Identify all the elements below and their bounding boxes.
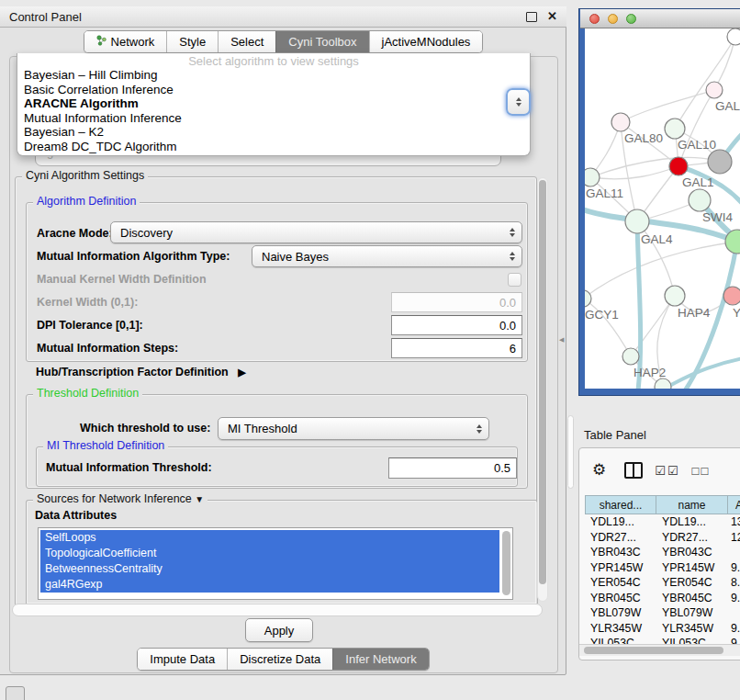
network-edge[interactable] [675,37,735,129]
network-node-gal1[interactable] [669,157,688,175]
horizontal-scrollbar-track[interactable] [12,604,543,616]
table-row[interactable]: YBR043CYBR043C [585,545,740,560]
unselect-all-columns-icon[interactable]: □□ [692,464,711,478]
apply-button[interactable]: Apply [245,618,313,642]
table-row[interactable]: YIL053CYIL053C9. [585,636,740,644]
table-cell[interactable]: YBR043C [585,545,656,560]
kernel-width-input[interactable] [391,292,522,312]
data-attribute-item[interactable]: SelfLoops [40,530,499,546]
algorithm-dropdown-item[interactable]: Dream8 DC_TDC Algorithm [17,140,530,154]
network-node-gal11[interactable] [585,168,600,186]
algorithm-dropdown-item[interactable]: ARACNE Algorithm [17,96,530,111]
algorithm-dropdown-item[interactable]: Bayesian – K2 [17,125,530,140]
mi-steps-input[interactable] [391,338,522,358]
table-row[interactable]: YBL079WYBL079W [585,605,740,621]
table-row[interactable]: YDL19...YDL19...13 [585,514,740,530]
table-cell[interactable]: 9. [728,591,740,606]
control-panel-titlebar[interactable]: Control Panel ✕ [0,6,566,28]
tab-select[interactable]: Select [218,31,275,52]
mi-threshold-input[interactable] [388,457,517,479]
close-icon[interactable]: ✕ [547,12,557,21]
table-cell[interactable]: 8. [728,575,740,591]
dpi-tolerance-input[interactable] [391,315,522,335]
tab-network[interactable]: Network [84,31,167,52]
table-cell[interactable]: YDR27... [656,530,728,546]
table-row[interactable]: YPR145WYPR145W9. [585,560,740,576]
table-cell[interactable]: 13 [728,514,740,530]
collapsed-panel-button[interactable] [6,686,25,700]
column-header-name[interactable]: name [656,495,728,514]
algorithm-dropdown-item[interactable]: Mutual Information Inference [17,111,530,126]
table-cell[interactable]: 9. [728,636,740,644]
network-node-hap4[interactable] [665,286,685,306]
algorithm-dropdown-item[interactable]: Bayesian – Hill Climbing [17,68,530,83]
tab-infer-network[interactable]: Infer Network [332,649,428,670]
table-horizontal-scrollbar[interactable] [579,644,740,656]
table-cell[interactable]: YBL079W [656,605,728,621]
table-row[interactable]: YLR345WYLR345W9. [585,621,740,637]
minimize-window-icon[interactable] [608,14,618,24]
data-attributes-list[interactable]: SelfLoopsTopologicalCoefficientBetweenne… [38,527,513,600]
which-threshold-select[interactable]: MI Threshold [218,417,489,440]
aracne-mode-select[interactable]: Discovery [110,221,522,243]
data-attribute-item[interactable]: gal4RGexp [40,577,499,593]
table-cell[interactable]: YIL053C [656,636,728,644]
table-cell[interactable]: YPR145W [585,560,656,576]
table-cell[interactable]: 9. [728,621,740,637]
float-panel-icon[interactable] [526,12,537,22]
network-node-gal10[interactable] [665,119,685,139]
gear-icon[interactable]: ⚙ [592,462,606,479]
network-node[interactable] [727,28,740,45]
tab-cyni-toolbox[interactable]: Cyni Toolbox [275,31,368,52]
table-cell[interactable]: YDR27... [585,530,656,546]
network-node-gal4[interactable] [625,209,649,233]
column-header-shared[interactable]: shared... [585,495,656,514]
network-edge[interactable] [585,242,737,299]
tab-impute-data[interactable]: Impute Data [138,649,227,670]
scrollbar-thumb[interactable] [584,647,723,654]
tab-jactivemnodules[interactable]: jActiveMNodules [369,31,483,52]
network-node-y[interactable] [723,287,740,305]
table-cell[interactable]: YBL079W [585,605,656,621]
table-cell[interactable]: YPR145W [656,560,728,576]
mi-algorithm-type-select[interactable]: Naive Bayes [252,245,522,267]
expand-right-icon[interactable]: ▶ [238,367,245,378]
network-node[interactable] [655,378,671,389]
table-cell[interactable] [728,605,740,621]
network-edge[interactable] [621,90,714,122]
settings-vertical-scrollbar[interactable] [537,177,548,602]
column-header-a[interactable]: A [728,495,740,514]
algorithm-combo-arrow[interactable] [506,88,531,116]
split-columns-icon[interactable] [624,462,643,479]
table-row[interactable]: YBR045CYBR045C9. [585,591,740,606]
manual-kernel-checkbox[interactable] [508,273,521,287]
list-scrollbar[interactable] [502,531,510,595]
hub-tf-definition-toggle[interactable]: Hub/Transcription Factor Definition ▶ [36,364,246,380]
network-node-swi4[interactable] [689,189,711,211]
table-cell[interactable]: YDL19... [656,514,728,530]
collapse-down-icon[interactable]: ▼ [195,494,204,504]
table-cell[interactable] [728,545,740,560]
table-cell[interactable]: YIL053C [585,636,656,644]
table-cell[interactable]: YER054C [656,575,728,591]
network-node-gal[interactable] [706,82,723,98]
network-canvas[interactable]: GALGAL80GAL10GAL1GAL11SWI4GAL4GCY1HAP4YH… [585,28,740,389]
table-cell[interactable]: 12 [728,530,740,546]
table-cell[interactable]: YDL19... [585,514,656,530]
tab-style[interactable]: Style [166,31,218,52]
table-row[interactable]: YER054CYER054C8. [585,575,740,591]
table-cell[interactable]: YBR045C [656,591,728,606]
data-attribute-item[interactable]: TopologicalCoefficient [40,546,499,561]
panel-divider-scrollbar[interactable] [567,415,574,489]
network-node-gal80[interactable] [611,113,630,131]
select-all-columns-icon[interactable]: ☑☑ [655,464,679,478]
table-cell[interactable]: YBR043C [656,545,728,560]
tab-discretize-data[interactable]: Discretize Data [227,649,332,670]
scrollbar-thumb[interactable] [539,180,546,584]
table-cell[interactable]: YLR345W [656,621,728,637]
table-cell[interactable]: 9. [728,560,740,576]
splitter-collapse-icon[interactable]: ◀ [559,336,564,344]
table-row[interactable]: YDR27...YDR27...12 [585,530,740,546]
table-cell[interactable]: YLR345W [585,621,656,637]
data-attribute-item[interactable]: BetweennessCentrality [40,561,499,577]
